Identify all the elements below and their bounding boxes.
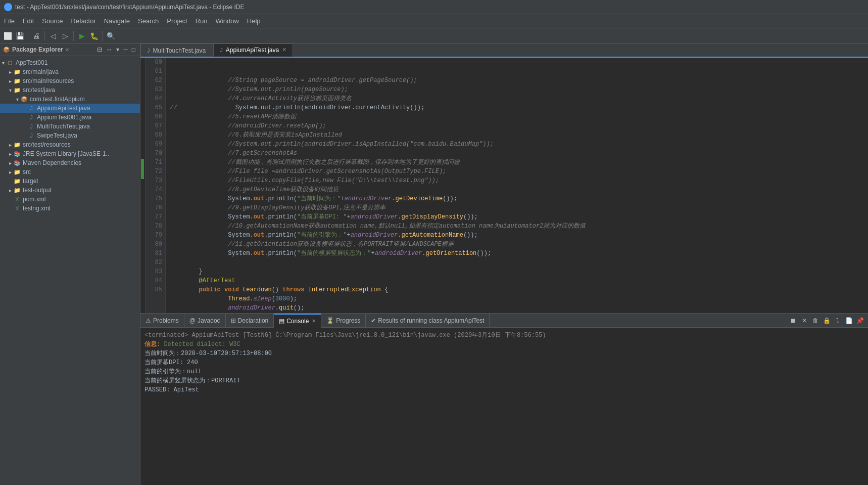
tree-item-test-output[interactable]: ▸📁test-output	[0, 186, 140, 195]
line-number-85: 85	[146, 285, 162, 294]
console-pin-btn[interactable]: 📌	[855, 316, 865, 326]
tab-results-label: Results of running class AppiumApiTest	[378, 317, 484, 324]
line-number-77: 77	[146, 212, 162, 222]
tab-close-appiumapitest[interactable]: ✕	[282, 47, 286, 53]
tree-item-src[interactable]: ▸📁src	[0, 167, 140, 177]
tree-icon-swipetest-java: J	[27, 131, 35, 140]
tree-icon-src-main-resources: 📁	[13, 77, 21, 85]
tree-item-src-main-java[interactable]: ▸📁src/main/java	[0, 67, 140, 76]
console-terminate-btn[interactable]: ⏹	[788, 316, 798, 326]
code-line-70: //File file =androidDriver.getScreenshot…	[170, 167, 868, 176]
console-line-3: 当前的引擎为：null	[144, 367, 864, 376]
tree-icon-src-test-resources: 📁	[13, 141, 21, 149]
tree-item-testng-xml[interactable]: Xtestng.xml	[0, 204, 140, 213]
toolbar-new[interactable]: ⬜	[2, 30, 13, 41]
tree-icon-appiumapitest-java: J	[27, 104, 35, 112]
tree-label-com-test-firstappium: com.test.firstAppium	[30, 96, 85, 103]
line-number-67: 67	[146, 121, 162, 130]
code-line-80	[170, 258, 868, 267]
menu-navigate[interactable]: Navigate	[100, 15, 134, 27]
toolbar-back[interactable]: ◁	[47, 30, 59, 41]
code-editor[interactable]: //String pageSource = androidDriver.getP…	[166, 58, 868, 313]
menu-help[interactable]: Help	[243, 15, 265, 27]
toolbar-sep2	[44, 31, 45, 41]
tree-item-maven-dependencies[interactable]: ▸📚Maven Dependencies	[0, 158, 140, 167]
line-numbers: 6061626364656667686970717273747576777879…	[146, 58, 166, 313]
toolbar: ⬜ 💾 🖨 ◁ ▷ ▶ 🐛 🔍	[0, 28, 868, 43]
menu-search[interactable]: Search	[134, 15, 163, 27]
tree-icon-apptest001: ⬡	[6, 59, 14, 67]
tab-console[interactable]: ▤ Console ✕	[274, 314, 321, 328]
tree-arrow-jre-system-library: ▸	[7, 151, 13, 157]
code-line-72: //8.getDeviceTime获取设备时间信息	[170, 185, 868, 194]
toolbar-print[interactable]: 🖨	[31, 30, 42, 41]
code-line-81: }	[170, 267, 868, 276]
code-line-84: Thread.sleep(3000);	[170, 294, 868, 303]
tree-item-multitouchtest-java[interactable]: JMultiTouchTest.java	[0, 122, 140, 131]
tree-item-appiumtest001-java[interactable]: JAppiumTest001.java	[0, 113, 140, 122]
menu-edit[interactable]: Edit	[19, 15, 38, 27]
tree-item-jre-system-library[interactable]: ▸📚JRE System Library [JavaSE-1..	[0, 149, 140, 158]
line-number-65: 65	[146, 103, 162, 112]
toolbar-debug[interactable]: 🐛	[88, 30, 100, 41]
menu-project[interactable]: Project	[163, 15, 191, 27]
toolbar-search[interactable]: 🔍	[105, 30, 116, 41]
code-line-65: //androidDriver.resetApp();	[170, 121, 868, 130]
tree-arrow-maven-dependencies: ▸	[7, 160, 13, 166]
menu-source[interactable]: Source	[38, 15, 67, 27]
menu-refactor[interactable]: Refactor	[67, 15, 100, 27]
menu-window[interactable]: Window	[212, 15, 243, 27]
collapse-all-icon[interactable]: ⊟	[95, 46, 104, 54]
code-line-68: //7.getScreenshotAs	[170, 149, 868, 158]
line-number-82: 82	[146, 258, 162, 267]
console-close[interactable]: ✕	[312, 318, 316, 324]
tab-problems[interactable]: ⚠ Problems	[140, 314, 184, 328]
tree-item-swipetest-java[interactable]: JSwipeTest.java	[0, 131, 140, 140]
line-number-69: 69	[146, 140, 162, 149]
line-number-68: 68	[146, 130, 162, 140]
tab-multitouchtest[interactable]: J MultiTouchTest.java	[140, 43, 212, 57]
code-line-77: System.out.println("当前的引擎为："+androidDriv…	[170, 231, 868, 240]
tab-progress[interactable]: ⏳ Progress	[321, 314, 366, 328]
console-word-wrap-btn[interactable]: ⤵	[833, 316, 843, 326]
tree-item-src-main-resources[interactable]: ▸📁src/main/resources	[0, 76, 140, 85]
line-number-73: 73	[146, 176, 162, 185]
console-scroll-lock-btn[interactable]: 🔒	[822, 316, 832, 326]
tree-item-src-test-java[interactable]: ▾📁src/test/java	[0, 85, 140, 95]
tree-item-target[interactable]: 📁target	[0, 177, 140, 186]
tree-item-apptest001[interactable]: ▾⬡AppTest001	[0, 58, 140, 67]
console-close-btn[interactable]: ✕	[799, 316, 809, 326]
view-menu-icon[interactable]: ▾	[115, 46, 121, 54]
tree-item-com-test-firstappium[interactable]: ▾📦com.test.firstAppium	[0, 95, 140, 104]
tab-javadoc[interactable]: @ Javadoc	[184, 314, 226, 328]
minimize-icon[interactable]: ─	[122, 46, 129, 54]
console-clear-btn[interactable]: 🗑	[810, 316, 821, 326]
code-line-71: //FileUtils.copyFile(file,new File("D:\\…	[170, 176, 868, 185]
menu-file[interactable]: File	[0, 15, 19, 27]
maximize-icon[interactable]: □	[130, 46, 137, 54]
line-number-84: 84	[146, 276, 162, 285]
tab-results[interactable]: ✔ Results of running class AppiumApiTest	[366, 314, 490, 328]
toolbar-forward[interactable]: ▷	[60, 30, 71, 41]
tab-declaration[interactable]: ⊞ Declaration	[226, 314, 274, 328]
tree-item-appiumapitest-java[interactable]: JAppiumApiTest.java	[0, 104, 140, 113]
tree-label-maven-dependencies: Maven Dependencies	[23, 159, 81, 166]
tab-appiumapitest[interactable]: J AppiumApiTest.java ✕	[213, 43, 293, 57]
progress-icon: ⏳	[326, 317, 334, 324]
code-line-61: //System.out.println(pageSource);	[170, 85, 868, 94]
menu-run[interactable]: Run	[191, 15, 212, 27]
package-icon: 📦	[3, 47, 10, 53]
toolbar-run[interactable]: ▶	[76, 30, 87, 41]
tree-label-testng-xml: testng.xml	[23, 205, 51, 212]
tree-label-src-main-resources: src/main/resources	[23, 77, 74, 84]
tree-item-pom-xml[interactable]: Xpom.xml	[0, 195, 140, 204]
menubar: File Edit Source Refactor Navigate Searc…	[0, 14, 868, 28]
link-editor-icon[interactable]: ↔	[105, 46, 114, 54]
console-open-file-btn[interactable]: 📄	[844, 316, 854, 326]
console-icon: ▤	[279, 318, 284, 325]
tree-icon-com-test-firstappium: 📦	[20, 95, 28, 103]
toolbar-save[interactable]: 💾	[14, 30, 25, 41]
tree-arrow-src: ▸	[7, 169, 13, 175]
tree-item-src-test-resources[interactable]: ▸📁src/test/resources	[0, 140, 140, 149]
code-line-82: @AfterTest	[170, 276, 868, 285]
